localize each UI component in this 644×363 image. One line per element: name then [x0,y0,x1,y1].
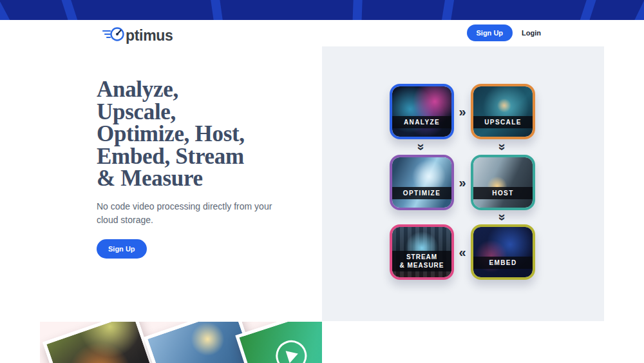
login-link[interactable]: Login [522,29,541,37]
tile-label: HOST [473,187,533,199]
banner-stripe [352,0,363,20]
hero-section: Analyze, Upscale, Optimize, Host, Embed,… [97,79,309,259]
banner-stripe [576,0,599,20]
signup-button[interactable]: Sign Up [467,25,513,41]
tile-optimize: OPTIMIZE [390,155,454,210]
header: ptimus Sign Up Login [0,20,644,48]
tile-stream-measure: STREAM & MEASURE [390,224,454,280]
optimize-image [392,157,451,208]
tile-label: ANALYZE [392,116,451,128]
leaves-photo [235,322,322,363]
host-image [473,157,533,208]
page-title: Analyze, Upscale, Optimize, Host, Embed,… [97,79,309,190]
upscale-image [473,86,533,137]
logo[interactable]: ptimus [102,25,173,46]
tile-host: HOST [471,155,535,210]
tile-label: EMBED [473,257,533,269]
chevron-right-icon: » [459,176,466,189]
tile-label: OPTIMIZE [392,187,451,199]
banner-stripe [440,0,456,20]
tile-analyze: ANALYZE [390,84,454,139]
media-strip [40,322,322,363]
logo-text: ptimus [126,27,173,44]
hero-signup-button[interactable]: Sign Up [97,239,147,259]
banner-stripe [209,0,225,20]
tile-upscale: UPSCALE [471,84,535,139]
play-icon [286,348,300,363]
banner-stripe [59,0,82,20]
hero-subheading: No code video processing directly from y… [97,200,277,227]
speedometer-icon [102,25,125,46]
city-photo [43,322,158,363]
top-banner [0,0,644,20]
embed-image [473,227,533,277]
chevron-down-icon: » [497,143,509,150]
tile-label: STREAM & MEASURE [392,251,451,271]
tile-label: UPSCALE [473,116,533,128]
play-button[interactable] [272,337,310,363]
header-nav: Sign Up Login [467,25,542,41]
chevron-down-icon: » [415,143,428,150]
tile-embed: EMBED [471,224,535,280]
analyze-image [392,86,451,137]
chevron-down-icon: » [497,213,509,221]
workflow-panel: ANALYZE » UPSCALE » » OPTIMIZE » [322,46,604,321]
banner-stripe [0,0,15,20]
workflow-grid: ANALYZE » UPSCALE » » OPTIMIZE » [390,84,604,280]
chevron-right-icon: » [459,105,466,118]
banner-stripe [629,0,644,20]
chevron-left-icon: « [459,246,466,259]
